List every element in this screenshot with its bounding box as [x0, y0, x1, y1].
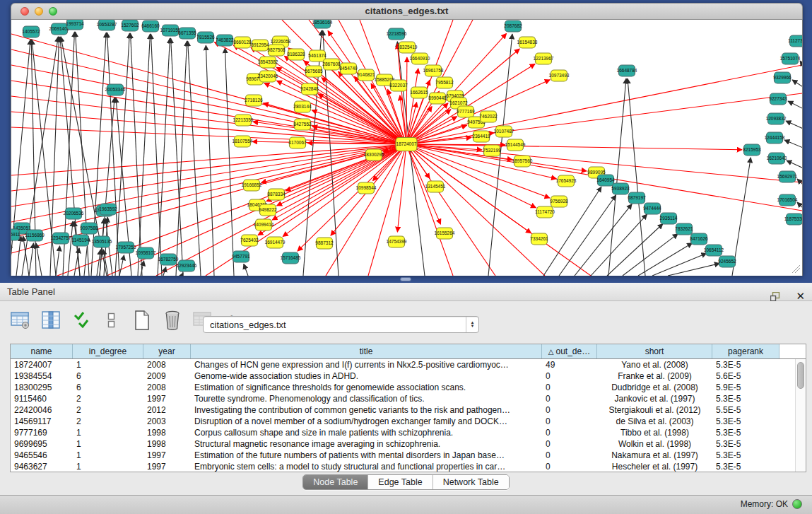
graph-node[interactable]: 7532199 — [483, 145, 501, 156]
canvas-resize-grip[interactable] — [792, 265, 800, 273]
column-header-pagerank[interactable]: pagerank — [712, 344, 779, 358]
graph-node[interactable]: 17016504 — [777, 194, 798, 206]
graph-node[interactable]: 15144549 — [505, 139, 526, 151]
graph-node[interactable]: 10107487 — [494, 126, 514, 137]
graph-node[interactable]: 12093832 — [766, 113, 787, 124]
graph-node[interactable]: 1527602 — [121, 20, 139, 31]
graph-node[interactable]: 16782759 — [158, 254, 179, 265]
graph-node[interactable]: 16155264 — [435, 228, 455, 239]
graph-node[interactable]: 15692971 — [777, 171, 798, 182]
graph-node[interactable]: 12923446 — [177, 260, 197, 271]
graph-node[interactable]: 9097588 — [80, 223, 98, 234]
graph-node[interactable]: 6671355 — [178, 28, 196, 39]
graph-node[interactable]: 18300295 — [364, 149, 384, 160]
table-row[interactable]: 1830029562008Estimation of significance … — [11, 382, 795, 393]
graph-node[interactable]: 19166852 — [242, 180, 262, 191]
tab-network-table[interactable]: Network Table — [433, 475, 509, 489]
graph-node[interactable]: 2803144 — [293, 101, 312, 112]
graph-node[interactable]: 10973493 — [549, 70, 570, 81]
graph-node[interactable]: 8912954 — [251, 40, 269, 51]
table-row[interactable]: 1872400712008Changes of HCN gene express… — [11, 359, 795, 370]
window-titlebar[interactable]: citations_edges.txt — [11, 3, 803, 20]
panel-splitter-handle[interactable] — [400, 277, 411, 281]
graph-node[interactable]: 8878334 — [267, 189, 286, 200]
graph-node[interactable]: 6879197 — [628, 192, 646, 204]
graph-node[interactable]: 18107554 — [233, 136, 253, 147]
network-canvas[interactable]: 8660128891295412226058982750881863285461… — [11, 20, 803, 276]
graph-node[interactable]: 1640954 — [596, 175, 615, 186]
graph-node[interactable]: 18543382 — [258, 57, 278, 68]
graph-node[interactable]: 16154838 — [517, 37, 538, 48]
graph-node[interactable]: 9227343 — [769, 93, 787, 105]
graph-node[interactable]: 7334261 — [530, 233, 548, 245]
graph-node[interactable]: 10654112 — [704, 245, 724, 256]
graph-node[interactable]: 9756928 — [550, 196, 568, 207]
graph-node[interactable]: 8427552 — [293, 119, 312, 130]
graph-node[interactable]: 1405572 — [22, 26, 40, 37]
graph-node[interactable]: 9242848 — [300, 83, 319, 95]
graph-node[interactable]: 9146821 — [357, 69, 375, 81]
graph-node[interactable]: 20053346 — [105, 84, 126, 95]
graph-node[interactable]: 11156869 — [25, 230, 45, 241]
graph-node[interactable]: 2718126 — [245, 95, 263, 106]
select-all-columns-icon[interactable] — [71, 310, 92, 331]
graph-node[interactable]: 2867608 — [322, 59, 341, 70]
memory-status[interactable]: Memory: OK — [741, 499, 802, 509]
graph-node[interactable]: 16210643 — [767, 153, 787, 164]
scrollbar-thumb[interactable] — [797, 362, 804, 389]
checkbox-list-icon[interactable] — [101, 310, 122, 331]
graph-node[interactable]: 7832621 — [675, 223, 693, 235]
graph-node[interactable]: 10958107 — [136, 247, 156, 259]
graph-node[interactable]: 3915911 — [11, 229, 20, 240]
graph-node[interactable]: 5675685 — [305, 66, 323, 77]
graph-node[interactable]: 8186328 — [287, 49, 305, 60]
graph-node[interactable]: 18724007 — [396, 138, 417, 151]
graph-node[interactable]: 23420046 — [258, 71, 278, 82]
graph-node[interactable]: 16648784 — [617, 65, 637, 76]
graph-node[interactable]: 13145451 — [425, 181, 446, 192]
graph-node[interactable]: 6466160 — [141, 21, 160, 32]
tab-node-table[interactable]: Node Table — [303, 475, 367, 489]
column-header-short[interactable]: short — [597, 344, 712, 358]
graph-node[interactable]: 2087682 — [504, 21, 522, 32]
graph-node[interactable]: 18536164 — [312, 20, 333, 28]
graph-node[interactable]: 7955812 — [435, 77, 454, 88]
graph-node[interactable]: 10998544 — [356, 182, 377, 194]
column-header-year[interactable]: year — [143, 344, 191, 358]
graph-node[interactable]: 12342757 — [51, 233, 71, 244]
graph-node[interactable]: 9498222 — [259, 204, 277, 216]
citation-graph[interactable]: 8660128891295412226058982750881863285461… — [11, 20, 802, 276]
graph-node[interactable]: 14754399 — [387, 236, 407, 247]
graph-node[interactable]: 8215953 — [743, 144, 761, 156]
column-header-indegree[interactable]: in_degree — [73, 344, 143, 358]
graph-node[interactable]: 8322037 — [389, 80, 408, 91]
graph-node[interactable]: 2364419 — [472, 131, 490, 142]
graph-node[interactable]: 8660128 — [233, 37, 252, 48]
graph-node[interactable]: 12213359 — [233, 115, 254, 126]
graph-node[interactable]: 10653287 — [97, 20, 117, 30]
graph-node[interactable]: 9329966 — [773, 72, 792, 83]
table-row[interactable]: 969969511998Structural magnetic resonanc… — [11, 438, 795, 450]
tab-edge-table[interactable]: Edge Table — [367, 475, 432, 489]
minimize-window-icon[interactable] — [35, 7, 43, 16]
graph-node[interactable]: 8454749 — [339, 63, 358, 74]
graph-node[interactable]: 9457791 — [232, 251, 250, 262]
graph-node[interactable]: 7463822 — [216, 35, 234, 46]
graph-node[interactable]: 9474444 — [643, 203, 661, 214]
graph-node[interactable]: 11875330 — [784, 214, 802, 225]
graph-node[interactable]: 1145194 — [72, 235, 90, 246]
graph-node[interactable]: 1662615 — [410, 87, 428, 98]
column-visibility-icon[interactable] — [40, 310, 61, 331]
graph-node[interactable]: 12218596 — [387, 28, 407, 40]
graph-node[interactable]: 7462022 — [479, 111, 498, 122]
table-row[interactable]: 911546021997Tourette syndrome. Phenomeno… — [11, 393, 795, 404]
graph-node[interactable]: 8471626 — [690, 233, 708, 245]
graph-node[interactable]: 16640910 — [410, 53, 430, 64]
graph-node[interactable]: 1993714 — [66, 20, 84, 30]
table-row[interactable]: 2242004622012Investigating the contribut… — [11, 404, 795, 416]
graph-node[interactable]: 11127334 — [788, 35, 802, 47]
graph-node[interactable]: 7815526 — [196, 32, 215, 43]
close-panel-icon[interactable]: ✕ — [796, 291, 805, 302]
graph-node[interactable]: 9777169 — [457, 106, 475, 117]
graph-node[interactable]: 12444158 — [765, 132, 785, 144]
